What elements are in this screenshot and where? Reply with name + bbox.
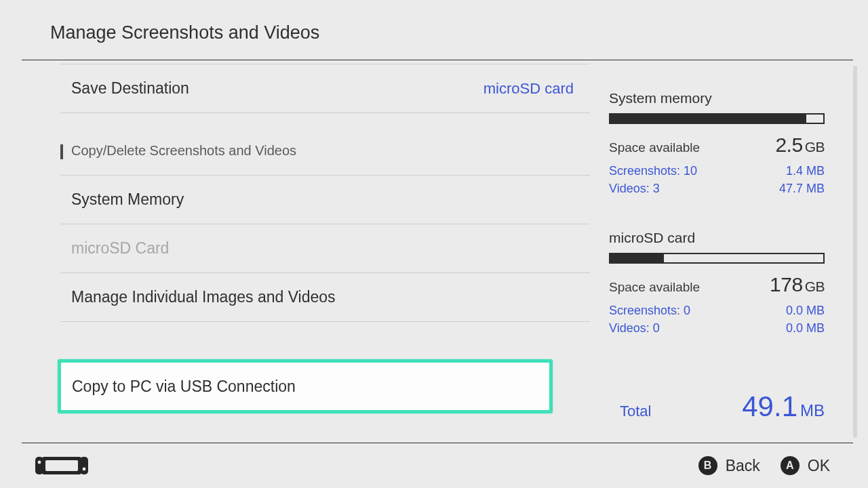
controller-icon bbox=[35, 455, 88, 476]
total-value: 49.1MB bbox=[742, 390, 825, 423]
storage-bar-sd bbox=[609, 253, 825, 264]
menu-label: microSD Card bbox=[71, 239, 169, 258]
space-label: Space available bbox=[609, 140, 700, 155]
stat-videos: Videos: 0 0.0 MB bbox=[609, 319, 825, 337]
storage-bar-system bbox=[609, 113, 825, 124]
svg-point-4 bbox=[38, 461, 41, 464]
footer-btn-label: OK bbox=[808, 457, 830, 475]
stat-videos: Videos: 3 47.7 MB bbox=[609, 180, 825, 197]
storage-system-memory: System memory Space available 2.5GB Scre… bbox=[609, 90, 844, 197]
storage-microsd: microSD card Space available 178GB Scree… bbox=[609, 230, 844, 337]
menu-item-copy-usb[interactable]: Copy to PC via USB Connection bbox=[58, 359, 553, 413]
a-button-icon: A bbox=[781, 456, 800, 475]
svg-rect-1 bbox=[35, 457, 43, 474]
stat-screenshots: Screenshots: 0 0.0 MB bbox=[609, 302, 825, 319]
main-content: Save Destination microSD card Copy/Delet… bbox=[0, 60, 868, 443]
storage-panel: System memory Space available 2.5GB Scre… bbox=[590, 60, 868, 443]
footer-back-button[interactable]: B Back bbox=[698, 456, 760, 475]
svg-rect-3 bbox=[45, 460, 78, 471]
footer: B Back A OK bbox=[0, 443, 868, 488]
b-button-icon: B bbox=[698, 456, 717, 475]
total-label: Total bbox=[609, 403, 651, 420]
menu-value: microSD card bbox=[484, 80, 574, 98]
menu-gap bbox=[60, 322, 590, 359]
space-value: 2.5GB bbox=[775, 134, 825, 157]
storage-bar-fill bbox=[610, 254, 664, 262]
menu-item-manage-individual[interactable]: Manage Individual Images and Videos bbox=[60, 273, 590, 322]
space-label: Space available bbox=[609, 280, 700, 295]
storage-title: System memory bbox=[609, 90, 844, 106]
svg-point-5 bbox=[83, 468, 86, 471]
section-label: Copy/Delete Screenshots and Videos bbox=[71, 143, 296, 159]
space-available-row: Space available 2.5GB bbox=[609, 134, 825, 157]
storage-bar-fill bbox=[610, 115, 806, 123]
scrollbar[interactable] bbox=[853, 66, 857, 438]
storage-total-row: Total 49.1MB bbox=[609, 390, 825, 423]
footer-btn-label: Back bbox=[726, 457, 760, 475]
header: Manage Screenshots and Videos bbox=[0, 0, 868, 60]
space-value: 178GB bbox=[770, 273, 825, 296]
svg-rect-2 bbox=[80, 457, 88, 474]
menu-column: Save Destination microSD card Copy/Delet… bbox=[0, 60, 590, 443]
footer-ok-button[interactable]: A OK bbox=[781, 456, 830, 475]
space-available-row: Space available 178GB bbox=[609, 273, 825, 296]
menu-item-microsd-card[interactable]: microSD Card bbox=[60, 224, 590, 273]
stat-screenshots: Screenshots: 10 1.4 MB bbox=[609, 162, 825, 180]
storage-title: microSD card bbox=[609, 230, 844, 246]
menu-label: Copy to PC via USB Connection bbox=[72, 378, 296, 396]
menu-item-save-destination[interactable]: Save Destination microSD card bbox=[60, 64, 590, 113]
menu-label: System Memory bbox=[71, 190, 184, 209]
menu-label: Manage Individual Images and Videos bbox=[71, 288, 336, 306]
menu-label: Save Destination bbox=[71, 79, 189, 98]
section-header-copy-delete: Copy/Delete Screenshots and Videos bbox=[60, 127, 590, 176]
menu-item-system-memory[interactable]: System Memory bbox=[60, 176, 590, 224]
page-title: Manage Screenshots and Videos bbox=[50, 22, 868, 43]
